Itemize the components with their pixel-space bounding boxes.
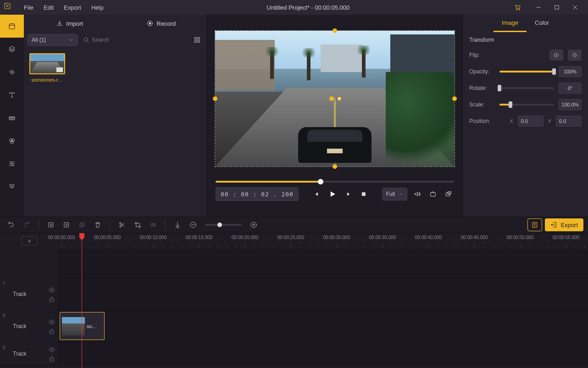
timeline-ruler[interactable]: 00:00:00.00000:00:05.00000:00:10.00000:0… <box>59 233 588 249</box>
preview-frame[interactable] <box>215 30 455 167</box>
flip-vertical-button[interactable] <box>568 50 582 61</box>
duplicate-button[interactable] <box>76 218 89 231</box>
sidenav-text[interactable] <box>0 84 24 106</box>
speed-button[interactable] <box>147 218 160 231</box>
filter-dropdown[interactable]: All (1) <box>28 34 78 46</box>
timeline-clip[interactable]: so… <box>60 312 105 340</box>
select-button[interactable] <box>44 218 57 231</box>
sidenav-media[interactable] <box>0 15 24 38</box>
scale-slider[interactable] <box>499 104 554 106</box>
redo-button[interactable] <box>20 218 33 231</box>
opacity-slider[interactable] <box>499 71 554 72</box>
properties-panel: Image Color Transform Flip: Opacity: 100… <box>462 15 588 217</box>
track-row: 5 Track <box>0 342 588 365</box>
svg-rect-3 <box>555 6 559 9</box>
prev-frame-button[interactable] <box>311 189 322 200</box>
zoom-in-button[interactable] <box>247 218 260 231</box>
record-tab[interactable]: Record <box>116 15 207 32</box>
flip-label: Flip: <box>469 52 495 58</box>
export-settings-button[interactable] <box>527 218 542 231</box>
maximize-button[interactable] <box>548 0 566 15</box>
menu-help[interactable]: Help <box>87 2 108 13</box>
volume-button[interactable] <box>412 189 423 200</box>
resize-handle-left[interactable] <box>213 96 217 101</box>
track-lock-icon[interactable] <box>48 355 55 362</box>
track-body[interactable]: so… <box>59 310 588 342</box>
rotate-slider[interactable] <box>499 87 554 89</box>
position-label: Position: <box>469 118 495 124</box>
svg-rect-12 <box>198 38 200 39</box>
playhead[interactable] <box>82 233 82 368</box>
svg-rect-23 <box>81 223 84 226</box>
scale-value[interactable]: 100.0% <box>559 99 582 110</box>
track-body[interactable] <box>59 278 588 310</box>
search-input[interactable] <box>80 34 189 46</box>
import-tab[interactable]: Import <box>24 15 116 32</box>
detach-button[interactable] <box>443 189 454 200</box>
sidenav-filters[interactable] <box>0 152 24 175</box>
zoom-slider[interactable] <box>205 224 242 226</box>
opacity-value[interactable]: 100% <box>559 66 582 77</box>
clip-name: so… <box>87 323 97 329</box>
menu-edit[interactable]: Edit <box>39 2 58 13</box>
snapshot-button[interactable] <box>427 189 438 200</box>
undo-button[interactable] <box>5 218 17 231</box>
media-panel: Import Record All (1) someones-r… <box>24 15 207 217</box>
export-button[interactable]: Export <box>545 218 583 231</box>
delete-button[interactable] <box>91 218 104 231</box>
sidenav-elements[interactable] <box>0 175 24 198</box>
zoom-out-button[interactable] <box>187 218 200 231</box>
cart-icon[interactable] <box>508 0 527 15</box>
stop-button[interactable] <box>358 189 369 200</box>
svg-rect-13 <box>195 40 197 42</box>
timeline: + 00:00:00.00000:00:05.00000:00:10.00000… <box>0 233 588 368</box>
position-y-label: Y <box>548 118 551 124</box>
scrubber-knob[interactable] <box>318 179 323 184</box>
track-body[interactable] <box>59 342 588 365</box>
track-visibility-icon[interactable] <box>48 318 55 325</box>
marker-button[interactable] <box>171 218 184 231</box>
crop-button[interactable] <box>131 218 144 231</box>
sidenav-audio[interactable] <box>0 61 24 84</box>
props-tab-color[interactable]: Color <box>527 15 557 32</box>
rotate-value[interactable]: 0° <box>559 83 582 94</box>
props-tab-image[interactable]: Image <box>494 15 527 32</box>
aspect-dropdown[interactable]: Full <box>382 188 407 201</box>
center-handle-2[interactable] <box>338 97 341 100</box>
resize-handle-right[interactable] <box>452 96 457 101</box>
add-button[interactable] <box>60 218 73 231</box>
main-menu: File Edit Export Help <box>19 2 108 13</box>
ruler-tick-label: 00:00:15.000 <box>186 235 212 240</box>
import-label: Import <box>66 20 83 27</box>
preview-scrubber[interactable] <box>214 181 456 183</box>
track-lock-icon[interactable] <box>48 328 55 334</box>
ruler-tick-label: 00:00:50.000 <box>507 235 533 240</box>
grid-view-button[interactable] <box>191 34 203 46</box>
media-item[interactable]: someones-r… <box>29 53 65 83</box>
add-track-button[interactable]: + <box>21 236 38 245</box>
play-button[interactable] <box>327 189 338 200</box>
sidenav-effects[interactable] <box>0 129 24 152</box>
position-x-input[interactable]: 0.0 <box>518 116 544 127</box>
close-button[interactable] <box>566 0 584 15</box>
next-frame-button[interactable] <box>343 189 354 200</box>
track-visibility-icon[interactable] <box>48 346 55 352</box>
track-visibility-icon[interactable] <box>48 286 55 293</box>
svg-rect-19 <box>49 223 53 227</box>
position-y-input[interactable]: 0.0 <box>556 116 582 127</box>
track-number: 6 <box>3 313 6 318</box>
timecode-display[interactable]: 00 : 00 : 02 . 200 <box>216 187 299 201</box>
ruler-tick-label: 00:00:10.000 <box>140 235 166 240</box>
sidenav-transitions[interactable] <box>0 106 24 129</box>
track-lock-icon[interactable] <box>48 296 55 302</box>
split-button[interactable] <box>116 218 128 231</box>
track-name: Track <box>13 323 27 329</box>
menu-export[interactable]: Export <box>59 2 86 13</box>
menu-file[interactable]: File <box>19 2 38 13</box>
resize-handle-bottom[interactable] <box>333 164 337 169</box>
center-handle[interactable] <box>329 96 334 101</box>
sidenav-layers[interactable] <box>0 38 24 61</box>
flip-horizontal-button[interactable] <box>549 50 563 61</box>
minimize-button[interactable] <box>529 0 548 15</box>
resize-handle-top[interactable] <box>333 28 337 33</box>
